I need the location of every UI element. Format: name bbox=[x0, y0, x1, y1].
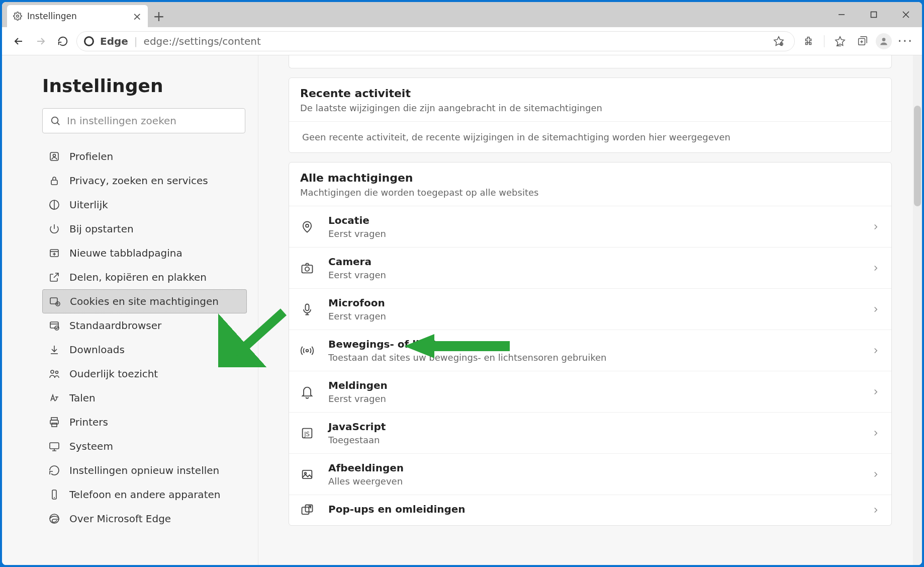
permission-row-location[interactable]: LocatieEerst vragen bbox=[289, 206, 891, 247]
sidebar-item-share[interactable]: Delen, kopiëren en plakken bbox=[42, 265, 247, 289]
sidebar-item-lock[interactable]: Privacy, zoeken en services bbox=[42, 169, 247, 193]
address-bar[interactable]: Edge | edge://settings/content bbox=[76, 31, 795, 51]
sidebar-item-reset[interactable]: Instellingen opnieuw instellen bbox=[42, 458, 247, 482]
extensions-icon[interactable] bbox=[800, 33, 817, 50]
sidebar-item-default-browser[interactable]: Standaardbrowser bbox=[42, 313, 247, 338]
javascript-icon: JS bbox=[300, 426, 314, 440]
all-permissions-subtitle: Machtigingen die worden toegepast op all… bbox=[300, 187, 880, 198]
titlebar: Instellingen × + bbox=[2, 2, 922, 27]
sidebar-item-label: Uiterlijk bbox=[69, 199, 108, 211]
back-button[interactable] bbox=[10, 33, 27, 50]
sidebar-item-label: Telefoon en andere apparaten bbox=[69, 489, 220, 501]
permission-subtitle: Toegestaan bbox=[328, 435, 871, 445]
sidebar-item-label: Bij opstarten bbox=[69, 223, 134, 235]
address-url: edge://settings/content bbox=[144, 35, 261, 47]
sidebar-item-profile[interactable]: Profielen bbox=[42, 144, 247, 169]
profile-avatar[interactable] bbox=[876, 33, 892, 49]
settings-sidebar: Instellingen ProfielenPrivacy, zoeken en… bbox=[2, 55, 258, 565]
sidebar-item-label: Ouderlijk toezicht bbox=[69, 368, 158, 380]
share-icon bbox=[48, 271, 60, 283]
sidebar-item-newtab[interactable]: Nieuwe tabbladpagina bbox=[42, 241, 247, 265]
permission-title: Bewegings- of lichtsensoren bbox=[328, 338, 871, 350]
permission-row-camera[interactable]: CameraEerst vragen bbox=[289, 247, 891, 288]
sidebar-item-system[interactable]: Systeem bbox=[42, 434, 247, 458]
minimize-button[interactable] bbox=[825, 2, 858, 27]
popups-icon bbox=[300, 503, 314, 517]
close-window-button[interactable] bbox=[890, 2, 922, 27]
permission-title: Pop-ups en omleidingen bbox=[328, 503, 871, 515]
svg-rect-23 bbox=[50, 443, 59, 449]
sidebar-item-phone[interactable]: Telefoon en andere apparaten bbox=[42, 482, 247, 507]
permission-row-notifications[interactable]: MeldingenEerst vragen bbox=[289, 371, 891, 412]
permission-row-javascript[interactable]: JSJavaScriptToegestaan bbox=[289, 412, 891, 453]
all-permissions-card: Alle machtigingen Machtigingen die worde… bbox=[289, 162, 892, 526]
sidebar-item-label: Standaardbrowser bbox=[69, 319, 161, 332]
svg-point-8 bbox=[52, 117, 58, 124]
power-icon bbox=[48, 223, 60, 235]
newtab-icon bbox=[48, 247, 60, 259]
svg-rect-33 bbox=[303, 470, 312, 478]
svg-point-28 bbox=[305, 267, 309, 271]
toolbar: Edge | edge://settings/content ··· bbox=[2, 27, 922, 55]
close-tab-icon[interactable]: × bbox=[133, 10, 142, 23]
chevron-right-icon bbox=[871, 506, 880, 515]
more-menu-icon[interactable]: ··· bbox=[897, 33, 914, 50]
sidebar-item-label: Printers bbox=[69, 416, 108, 428]
sidebar-item-appearance[interactable]: Uiterlijk bbox=[42, 193, 247, 217]
sidebar-item-power[interactable]: Bij opstarten bbox=[42, 217, 247, 241]
sidebar-nav: ProfielenPrivacy, zoeken en servicesUite… bbox=[42, 144, 247, 531]
favorite-star-icon[interactable] bbox=[770, 33, 787, 50]
chevron-right-icon bbox=[871, 264, 880, 273]
svg-rect-29 bbox=[306, 304, 309, 310]
permission-row-popups[interactable]: Pop-ups en omleidingen bbox=[289, 495, 891, 525]
permission-subtitle: Alles weergeven bbox=[328, 476, 871, 487]
address-brand: Edge bbox=[100, 35, 128, 47]
sidebar-item-printer[interactable]: Printers bbox=[42, 410, 247, 434]
chevron-right-icon bbox=[871, 305, 880, 314]
permission-title: Camera bbox=[328, 256, 871, 268]
permission-row-sensors[interactable]: Bewegings- of lichtsensorenToestaan dat … bbox=[289, 330, 891, 371]
sidebar-item-edge[interactable]: Over Microsoft Edge bbox=[42, 507, 247, 531]
permission-row-images[interactable]: AfbeeldingenAlles weergeven bbox=[289, 453, 891, 495]
download-icon bbox=[48, 344, 60, 356]
browser-window: Instellingen × + Edge bbox=[2, 2, 922, 565]
svg-point-7 bbox=[882, 38, 886, 41]
permission-row-microphone[interactable]: MicrofoonEerst vragen bbox=[289, 288, 891, 330]
refresh-button[interactable] bbox=[54, 33, 71, 50]
sidebar-item-family[interactable]: Ouderlijk toezicht bbox=[42, 362, 247, 386]
appearance-icon bbox=[48, 199, 60, 211]
recent-activity-card: Recente activiteit De laatste wijziginge… bbox=[289, 77, 892, 153]
forward-button[interactable] bbox=[32, 33, 49, 50]
notifications-icon bbox=[300, 385, 314, 399]
search-input[interactable] bbox=[67, 115, 238, 127]
settings-search[interactable] bbox=[42, 108, 245, 133]
permission-subtitle: Toestaan dat sites uw bewegings- en lich… bbox=[328, 352, 871, 363]
new-tab-button[interactable]: + bbox=[148, 5, 170, 27]
sidebar-item-label: Systeem bbox=[69, 440, 113, 452]
edge-icon bbox=[84, 36, 94, 46]
tab-instellingen[interactable]: Instellingen × bbox=[7, 5, 148, 27]
favorites-icon[interactable] bbox=[831, 33, 849, 50]
scrollbar-thumb[interactable] bbox=[914, 106, 921, 206]
recent-activity-subtitle: De laatste wijzigingen die zijn aangebra… bbox=[300, 103, 880, 113]
chevron-right-icon bbox=[871, 470, 880, 479]
permission-subtitle: Eerst vragen bbox=[328, 311, 871, 321]
chevron-right-icon bbox=[871, 387, 880, 396]
maximize-button[interactable] bbox=[858, 2, 890, 27]
cookies-icon bbox=[49, 295, 61, 307]
scrollbar-track[interactable] bbox=[913, 55, 922, 565]
sidebar-item-label: Nieuwe tabbladpagina bbox=[69, 247, 182, 259]
sidebar-item-cookies[interactable]: Cookies en site machtigingen bbox=[42, 289, 247, 313]
collections-icon[interactable] bbox=[854, 33, 871, 50]
microphone-icon bbox=[300, 302, 314, 316]
content-area: Instellingen ProfielenPrivacy, zoeken en… bbox=[2, 55, 922, 565]
sidebar-item-download[interactable]: Downloads bbox=[42, 338, 247, 362]
printer-icon bbox=[48, 416, 60, 428]
profile-icon bbox=[48, 150, 60, 163]
reset-icon bbox=[48, 464, 60, 476]
edge-icon bbox=[48, 513, 60, 525]
permission-title: Meldingen bbox=[328, 379, 871, 391]
svg-point-19 bbox=[56, 371, 58, 374]
sidebar-item-language[interactable]: Talen bbox=[42, 386, 247, 410]
recent-activity-empty: Geen recente activiteit, de recente wijz… bbox=[289, 122, 891, 152]
